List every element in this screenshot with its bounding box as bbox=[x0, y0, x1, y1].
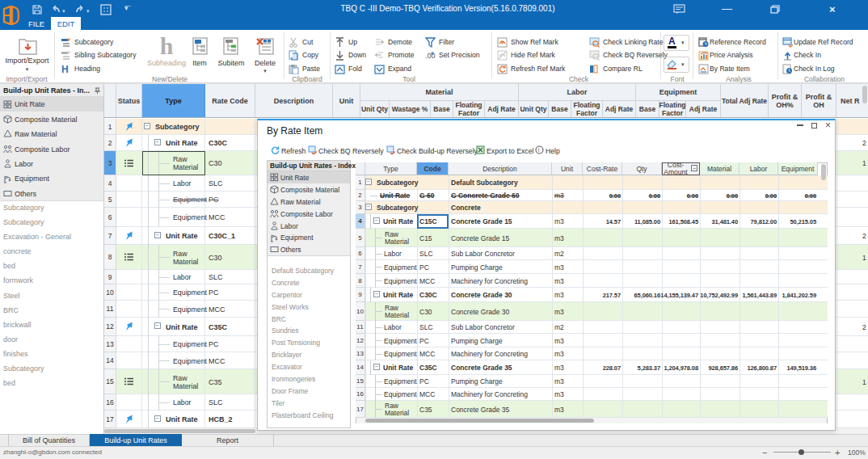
svg-text:i: i bbox=[538, 147, 540, 153]
svg-text:H: H bbox=[61, 64, 69, 74]
